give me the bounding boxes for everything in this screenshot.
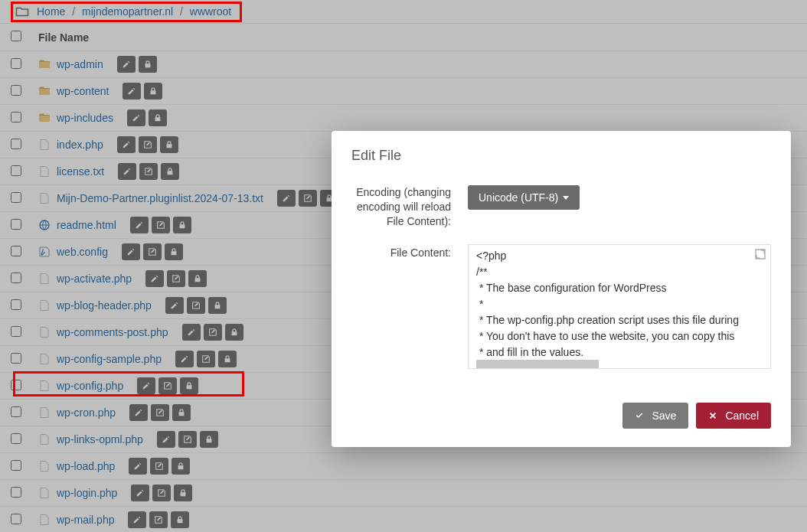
check-icon <box>635 411 644 420</box>
expand-icon[interactable] <box>755 248 766 264</box>
encoding-value: Unicode (UTF-8) <box>479 191 558 204</box>
modal-title: Edit File <box>351 148 771 164</box>
edit-file-modal: Edit File Encoding (changing encoding wi… <box>332 131 791 447</box>
file-content-text: <?php /** * The base configuration for W… <box>476 250 739 369</box>
save-label: Save <box>652 410 676 422</box>
encoding-dropdown[interactable]: Unicode (UTF-8) <box>468 185 580 210</box>
encoding-label: Encoding (changing encoding will reload … <box>351 185 451 229</box>
cancel-label: Cancel <box>725 410 759 422</box>
save-button[interactable]: Save <box>622 403 688 429</box>
file-content-textarea[interactable]: <?php /** * The base configuration for W… <box>468 244 771 369</box>
cancel-button[interactable]: Cancel <box>696 403 771 429</box>
file-content-label: File Content: <box>351 244 451 369</box>
close-icon <box>708 411 717 420</box>
horizontal-scrollbar[interactable] <box>476 360 599 368</box>
chevron-down-icon <box>563 196 569 200</box>
